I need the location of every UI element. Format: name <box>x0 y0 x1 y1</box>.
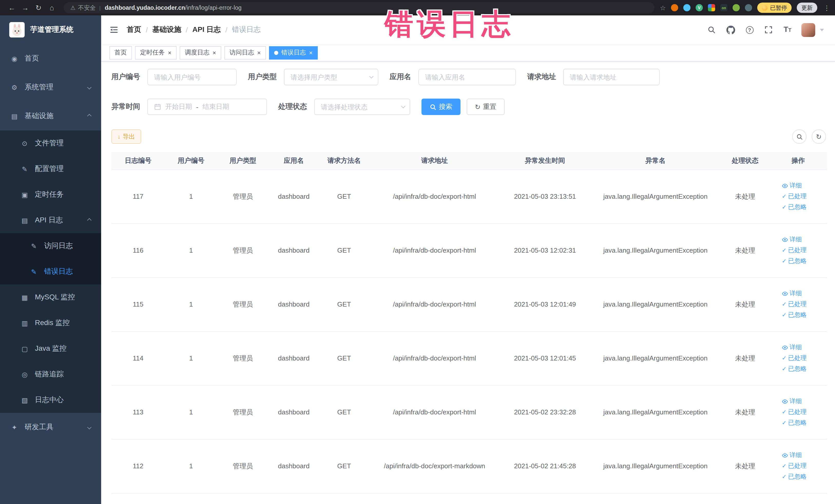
detail-link[interactable]: 详细 <box>782 235 802 244</box>
sidebar-item-redis-monitor[interactable]: ▥ Redis 监控 <box>0 310 101 336</box>
detail-link[interactable]: 详细 <box>782 451 802 460</box>
process-status-select[interactable] <box>314 99 410 115</box>
table-toolbar: ↓ 导出 ↻ <box>111 129 827 144</box>
paused-badge[interactable]: 已暂停 <box>757 3 792 13</box>
sidebar-item-devtools[interactable]: ✦ 研发工具 <box>0 413 101 442</box>
tab-scheduled-jobs[interactable]: 定时任务 × <box>135 46 177 59</box>
detail-link[interactable]: 详细 <box>782 397 802 406</box>
ignored-link[interactable]: ✓已忽略 <box>782 365 807 373</box>
filter-process-status: 处理状态 <box>278 99 410 115</box>
font-size-icon[interactable]: TT <box>782 25 793 35</box>
bookmark-star-icon[interactable]: ☆ <box>660 4 666 12</box>
detail-link[interactable]: 详细 <box>782 289 802 298</box>
request-url-input-field[interactable] <box>570 73 653 81</box>
hamburger-icon[interactable] <box>101 25 127 35</box>
user-type-select[interactable] <box>284 69 378 85</box>
user-type-select-field[interactable] <box>290 73 372 81</box>
close-icon[interactable]: × <box>257 49 261 56</box>
tab-access-log[interactable]: 访问日志 × <box>224 46 266 59</box>
extension-green-icon[interactable] <box>733 4 740 11</box>
sidebar-item-config-management[interactable]: ✎ 配置管理 <box>0 156 101 182</box>
processed-link[interactable]: ✓已处理 <box>782 300 807 309</box>
check-icon: ✓ <box>782 312 787 318</box>
browser-forward-icon[interactable]: → <box>19 4 32 12</box>
sidebar-item-log-center[interactable]: ▧ 日志中心 <box>0 387 101 413</box>
sidebar-item-file-management[interactable]: ⊙ 文件管理 <box>0 130 101 156</box>
ignored-link[interactable]: ✓已忽略 <box>782 257 807 265</box>
ignored-link[interactable]: ✓已忽略 <box>782 311 807 319</box>
refresh-table-button[interactable]: ↻ <box>812 129 826 144</box>
process-status-select-field[interactable] <box>321 103 404 110</box>
processed-link[interactable]: ✓已处理 <box>782 462 807 470</box>
detail-link-label: 详细 <box>790 397 802 406</box>
github-icon[interactable] <box>726 25 736 35</box>
extension-blue-icon[interactable] <box>683 4 691 11</box>
avatar[interactable] <box>801 23 815 37</box>
extension-vue-icon[interactable]: V <box>696 4 703 11</box>
browser-reload-icon[interactable]: ↻ <box>32 4 45 12</box>
search-button[interactable]: 搜索 <box>422 99 461 115</box>
browser-home-icon[interactable]: ⌂ <box>45 4 59 12</box>
reset-button[interactable]: ↻ 重置 <box>467 99 505 115</box>
search-icon[interactable] <box>707 25 717 35</box>
sidebar-item-trace[interactable]: ◎ 链路追踪 <box>0 362 101 387</box>
extension-proxy-icon[interactable]: on <box>720 4 728 11</box>
update-button[interactable]: 更新 <box>797 3 817 13</box>
close-icon[interactable]: × <box>212 49 216 56</box>
extension-pin-icon[interactable] <box>745 4 752 11</box>
processed-link[interactable]: ✓已处理 <box>782 408 807 417</box>
processed-link[interactable]: ✓已处理 <box>782 246 807 255</box>
eye-icon <box>782 183 788 189</box>
help-icon[interactable]: ? <box>745 25 755 35</box>
sidebar-item-access-log[interactable]: ✎ 访问日志 <box>0 233 101 259</box>
cell-exception-name: java.lang.IllegalArgumentException <box>590 439 720 493</box>
sidebar-item-label: 研发工具 <box>25 423 54 432</box>
sidebar-item-home[interactable]: ◉ 首页 <box>0 44 101 73</box>
sidebar-item-scheduled-jobs[interactable]: ▣ 定时任务 <box>0 182 101 207</box>
sidebar-item-api-log[interactable]: ▤ API 日志 <box>0 207 101 233</box>
user-id-input-field[interactable] <box>154 73 230 81</box>
close-icon[interactable]: × <box>309 49 313 56</box>
check-icon: ✓ <box>782 420 787 426</box>
sidebar-item-infrastructure[interactable]: ▤ 基础设施 <box>0 102 101 130</box>
address-bar[interactable]: ⚠ 不安全 | dashboard.yudao.iocoder.cn /infr… <box>64 2 655 13</box>
ignored-link[interactable]: ✓已忽略 <box>782 472 807 481</box>
sidebar-item-mysql-monitor[interactable]: ▦ MySQL 监控 <box>0 284 101 310</box>
detail-link[interactable]: 详细 <box>782 343 802 352</box>
tab-error-log[interactable]: 错误日志 × <box>269 46 318 59</box>
ignored-link[interactable]: ✓已忽略 <box>782 203 807 211</box>
tab-schedule-log[interactable]: 调度日志 × <box>180 46 221 59</box>
browser-back-icon[interactable]: ← <box>5 4 19 12</box>
breadcrumb-home[interactable]: 首页 <box>127 25 141 35</box>
filter-user-id: 用户编号 <box>111 69 237 85</box>
sidebar-item-system-management[interactable]: ⚙ 系统管理 <box>0 73 101 102</box>
table-toolbar-right: ↻ <box>792 129 826 144</box>
breadcrumb-api-log[interactable]: API 日志 <box>192 25 221 35</box>
app-name-input[interactable] <box>419 69 516 85</box>
processed-link-label: 已处理 <box>788 300 807 309</box>
chevron-down-icon[interactable] <box>820 28 824 31</box>
detail-link[interactable]: 详细 <box>782 181 802 190</box>
tab-home[interactable]: 首页 <box>109 46 132 59</box>
col-actions: 操作 <box>770 152 827 169</box>
browser-menu-icon[interactable]: ⋮ <box>823 4 830 12</box>
sidebar-item-error-log[interactable]: ✎ 错误日志 <box>0 259 101 284</box>
ignored-link[interactable]: ✓已忽略 <box>782 419 807 427</box>
breadcrumb-infrastructure[interactable]: 基础设施 <box>152 25 181 35</box>
sidebar-item-java-monitor[interactable]: ▢ Java 监控 <box>0 336 101 362</box>
app-name-input-field[interactable] <box>425 73 509 81</box>
export-button[interactable]: ↓ 导出 <box>111 129 141 144</box>
close-icon[interactable]: × <box>168 49 171 56</box>
cell-user-type: 管理员 <box>217 223 268 277</box>
fullscreen-icon[interactable] <box>763 25 774 35</box>
extension-orange-icon[interactable] <box>671 4 678 11</box>
processed-link[interactable]: ✓已处理 <box>782 192 807 201</box>
processed-link[interactable]: ✓已处理 <box>782 354 807 363</box>
request-url-input[interactable] <box>563 69 660 85</box>
toggle-search-button[interactable] <box>792 129 807 144</box>
extension-grid-icon[interactable] <box>708 4 715 11</box>
user-id-input[interactable] <box>147 69 237 85</box>
cell-process-status: 未处理 <box>721 169 770 223</box>
exception-time-range-picker[interactable]: 开始日期 - 结束日期 <box>147 99 267 115</box>
processed-link-label: 已处理 <box>788 192 807 201</box>
